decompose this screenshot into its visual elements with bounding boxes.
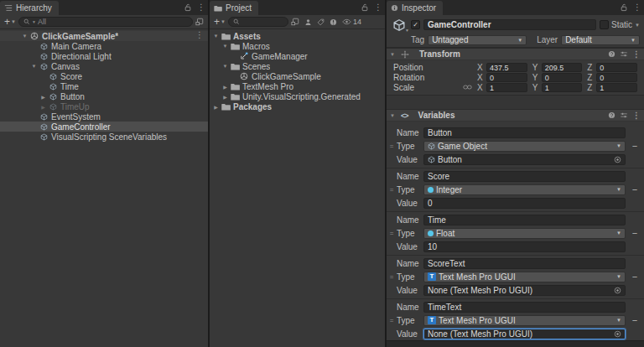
variable-value-object-field[interactable]: None (Text Mesh Pro UGUI) xyxy=(423,329,626,339)
remove-variable-button[interactable]: − xyxy=(626,315,644,325)
tab-hierarchy[interactable]: Hierarchy xyxy=(0,1,59,15)
drag-handle-icon[interactable]: = xyxy=(387,230,397,237)
hierarchy-item-canvas[interactable]: ▼ Canvas xyxy=(0,61,208,71)
rotation-y-input[interactable]: 0 xyxy=(542,73,583,82)
kebab-menu-icon[interactable]: ⋮ xyxy=(374,3,382,12)
foldout-open-icon[interactable]: ▼ xyxy=(390,52,397,57)
project-item-textmeshpro[interactable]: ▶ TextMesh Pro xyxy=(210,81,385,91)
scene-kebab-icon[interactable]: ⋮ xyxy=(195,31,204,39)
foldout-closed-icon[interactable]: ▶ xyxy=(39,94,48,100)
open-search-window-icon[interactable] xyxy=(291,18,299,26)
foldout-open-icon[interactable]: ▼ xyxy=(390,113,397,118)
visibility-toggle[interactable]: 14 xyxy=(342,18,361,26)
drag-handle-icon[interactable]: = xyxy=(387,142,397,150)
tab-inspector[interactable]: Inspector xyxy=(387,1,443,15)
variable-name-input[interactable]: Score xyxy=(423,171,626,182)
project-item-gamemanager[interactable]: GameManager xyxy=(210,51,385,61)
foldout-open-icon[interactable]: ▼ xyxy=(29,64,39,69)
remove-variable-button[interactable]: − xyxy=(626,141,644,151)
variable-name-input[interactable]: ScoreText xyxy=(423,258,626,269)
scale-z-input[interactable]: 1 xyxy=(596,83,637,92)
position-z-input[interactable]: 0 xyxy=(596,63,637,72)
lock-icon[interactable] xyxy=(621,3,627,12)
drag-handle-icon[interactable]: = xyxy=(387,273,397,281)
foldout-open-icon[interactable]: ▼ xyxy=(211,34,221,39)
position-x-input[interactable]: 437.5 xyxy=(486,63,527,72)
gameobject-cube-icon[interactable]: ▼ xyxy=(391,18,408,32)
hierarchy-search-input[interactable]: ▼ All xyxy=(18,17,193,27)
variable-name-input[interactable]: Time xyxy=(423,215,626,225)
add-object-button[interactable]: +▼ xyxy=(4,16,16,28)
search-filter-dropdown-icon[interactable]: ▼ xyxy=(32,19,36,24)
project-search-input[interactable] xyxy=(228,17,288,27)
variable-value-object-field[interactable]: Button xyxy=(423,154,626,165)
hierarchy-item-button[interactable]: ▶ Button xyxy=(0,91,208,101)
position-y-input[interactable]: 209.5 xyxy=(542,63,583,72)
scale-x-input[interactable]: 1 xyxy=(486,83,527,92)
lock-icon[interactable] xyxy=(361,3,368,12)
hierarchy-item-timeup[interactable]: ▶ TimeUp xyxy=(0,101,208,111)
foldout-open-icon[interactable]: ▼ xyxy=(20,34,29,39)
hierarchy-item-score[interactable]: Score xyxy=(0,71,208,81)
project-item-packages[interactable]: ▶ Packages xyxy=(210,101,385,111)
project-item-scenes[interactable]: ▼ Scenes xyxy=(210,61,385,71)
search-by-label-icon[interactable] xyxy=(317,18,325,26)
object-picker-icon[interactable] xyxy=(614,156,621,163)
link-scale-icon[interactable] xyxy=(463,84,472,91)
gameobject-name-input[interactable]: GameController xyxy=(423,19,596,30)
variable-value-object-field[interactable]: None (Text Mesh Pro UGUI) xyxy=(423,285,626,296)
foldout-closed-icon[interactable]: ▶ xyxy=(39,104,48,110)
static-dropdown-icon[interactable]: ▼ xyxy=(635,23,640,28)
foldout-open-icon[interactable]: ▼ xyxy=(221,64,230,69)
remove-variable-button[interactable]: − xyxy=(626,272,644,282)
foldout-closed-icon[interactable]: ▶ xyxy=(211,104,221,110)
rotation-x-input[interactable]: 0 xyxy=(486,73,527,82)
project-item-clickgamesample[interactable]: ClickGameSample xyxy=(210,71,385,81)
remove-variable-button[interactable]: − xyxy=(626,184,644,194)
variable-name-input[interactable]: Button xyxy=(423,127,626,138)
presets-icon[interactable] xyxy=(620,50,628,58)
tag-dropdown[interactable]: Untagged▼ xyxy=(428,35,527,45)
hierarchy-item-eventsystem[interactable]: EventSystem xyxy=(0,111,208,122)
help-icon[interactable] xyxy=(608,111,615,119)
foldout-open-icon[interactable]: ▼ xyxy=(221,44,230,49)
variable-name-input[interactable]: TimeText xyxy=(423,302,626,313)
variable-type-dropdown[interactable]: T Text Mesh Pro UGUI▼ xyxy=(423,315,626,326)
hierarchy-item-gamecontroller[interactable]: GameController xyxy=(0,122,208,132)
lock-icon[interactable] xyxy=(184,3,191,12)
variable-type-dropdown[interactable]: Game Object▼ xyxy=(423,141,626,152)
active-checkbox[interactable]: ✓ xyxy=(411,20,420,29)
rotation-z-input[interactable]: 0 xyxy=(596,73,637,82)
search-by-type-icon[interactable] xyxy=(304,18,312,26)
help-icon[interactable] xyxy=(608,50,615,58)
create-asset-button[interactable]: +▼ xyxy=(214,16,226,28)
kebab-menu-icon[interactable]: ⋮ xyxy=(197,3,205,12)
project-item-unity-visualscripting-generated[interactable]: ▶ Unity.VisualScripting.Generated xyxy=(210,91,385,101)
layer-dropdown[interactable]: Default▼ xyxy=(561,35,640,45)
kebab-menu-icon[interactable]: ⋮ xyxy=(633,3,641,12)
drag-handle-icon[interactable]: = xyxy=(387,186,397,194)
foldout-closed-icon[interactable]: ▶ xyxy=(221,94,230,100)
kebab-menu-icon[interactable]: ⋮ xyxy=(632,50,641,59)
foldout-closed-icon[interactable]: ▶ xyxy=(221,84,230,90)
scene-picking-icon[interactable] xyxy=(195,18,204,26)
kebab-menu-icon[interactable]: ⋮ xyxy=(632,111,641,120)
object-picker-icon[interactable] xyxy=(614,287,621,294)
hierarchy-item-directional-light[interactable]: Directional Light xyxy=(0,51,208,61)
hierarchy-item-time[interactable]: Time xyxy=(0,81,208,91)
hierarchy-item-scene[interactable]: ▼ ClickGameSample* ⋮ xyxy=(0,31,208,41)
project-item-macros[interactable]: ▼ Macros xyxy=(210,41,385,51)
variable-type-dropdown[interactable]: Integer▼ xyxy=(423,184,626,195)
project-item-assets[interactable]: ▼ Assets xyxy=(210,31,385,41)
variable-type-dropdown[interactable]: T Text Mesh Pro UGUI▼ xyxy=(423,272,626,282)
drag-handle-icon[interactable]: = xyxy=(387,317,397,324)
remove-variable-button[interactable]: − xyxy=(626,228,644,238)
presets-icon[interactable] xyxy=(620,111,628,119)
variable-value-input[interactable]: 10 xyxy=(423,241,626,252)
transform-header[interactable]: ▼ Transform ⋮ xyxy=(387,48,644,60)
variable-value-input[interactable]: 0 xyxy=(423,198,626,209)
object-picker-icon[interactable] xyxy=(614,330,621,338)
variables-header[interactable]: ▼ <> Variables ⋮ xyxy=(387,109,644,122)
scale-y-input[interactable]: 1 xyxy=(542,83,583,92)
tab-project[interactable]: Project xyxy=(210,1,258,15)
